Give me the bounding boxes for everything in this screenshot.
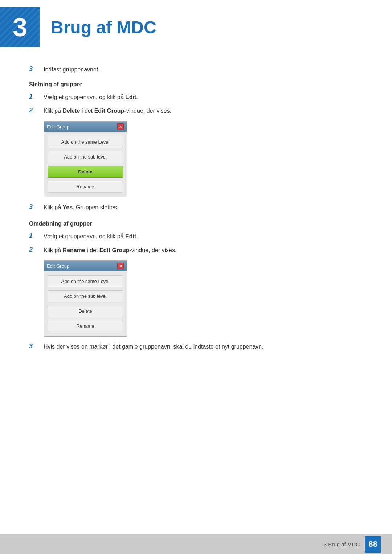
dialog1-close-button[interactable]: ✕ <box>117 123 124 130</box>
section1-step2-number: 2 <box>29 107 44 114</box>
dialog1-btn-delete[interactable]: Delete <box>48 166 123 178</box>
section1-step3-text: Klik på Yes. Gruppen slettes. <box>44 203 118 212</box>
intro-step-text: Indtast gruppenavnet. <box>44 65 100 74</box>
section1-step1-text: Vælg et gruppenavn, og klik på Edit. <box>44 93 138 102</box>
dialog1-container: Edit Group ✕ Add on the same Level Add o… <box>44 121 363 197</box>
section2-step3-text: Hvis der vises en markør i det gamle gru… <box>44 342 264 351</box>
dialog1-body: Add on the same Level Add on the sub lev… <box>44 132 127 197</box>
footer-text: 3 Brug af MDC <box>324 541 360 547</box>
section1-step3: 3 Klik på Yes. Gruppen slettes. <box>29 203 363 212</box>
chapter-number-box: 3 <box>0 7 40 47</box>
dialog2-btn-delete[interactable]: Delete <box>48 305 123 317</box>
dialog1-title: Edit Group <box>47 124 69 130</box>
dialog2-btn-rename[interactable]: Rename <box>48 320 123 332</box>
main-content: 3 Indtast gruppenavnet. Sletning af grup… <box>0 58 392 393</box>
section2-step2-text: Klik på Rename i det Edit Group-vindue, … <box>44 246 176 255</box>
intro-step: 3 Indtast gruppenavnet. <box>29 65 363 74</box>
section2-step2-number: 2 <box>29 246 44 254</box>
section1-step1: 1 Vælg et gruppenavn, og klik på Edit. <box>29 93 363 102</box>
section2-heading: Omdøbning af grupper <box>29 221 363 227</box>
dialog2-btn-add-sub[interactable]: Add on the sub level <box>48 290 123 302</box>
chapter-number: 3 <box>13 12 27 42</box>
section1-step2-text: Klik på Delete i det Edit Group-vindue, … <box>44 107 171 115</box>
dialog2-title: Edit Group <box>47 263 69 269</box>
page-header: 3 Brug af MDC <box>0 0 392 58</box>
section1-step2: 2 Klik på Delete i det Edit Group-vindue… <box>29 107 363 115</box>
dialog1-btn-add-sub[interactable]: Add on the sub level <box>48 151 123 163</box>
footer-page-number: 88 <box>365 536 381 553</box>
section2-step3: 3 Hvis der vises en markør i det gamle g… <box>29 342 363 351</box>
dialog1-btn-add-same[interactable]: Add on the same Level <box>48 136 123 148</box>
page-footer: 3 Brug af MDC 88 <box>0 534 392 554</box>
edit-group-dialog-2: Edit Group ✕ Add on the same Level Add o… <box>44 260 127 337</box>
section1-step3-number: 3 <box>29 203 44 211</box>
dialog2-btn-add-same[interactable]: Add on the same Level <box>48 275 123 287</box>
intro-step-number: 3 <box>29 65 44 73</box>
section1-heading: Sletning af grupper <box>29 81 363 88</box>
section2-step1-text: Vælg et gruppenavn, og klik på Edit. <box>44 232 138 241</box>
dialog2-container: Edit Group ✕ Add on the same Level Add o… <box>44 260 363 337</box>
edit-group-dialog-1: Edit Group ✕ Add on the same Level Add o… <box>44 121 127 197</box>
section2-step1: 1 Vælg et gruppenavn, og klik på Edit. <box>29 232 363 241</box>
section2-step3-number: 3 <box>29 342 44 350</box>
section2-step2: 2 Klik på Rename i det Edit Group-vindue… <box>29 246 363 255</box>
chapter-title: Brug af MDC <box>51 17 156 37</box>
dialog2-close-button[interactable]: ✕ <box>117 263 124 269</box>
dialog1-btn-rename[interactable]: Rename <box>48 181 123 193</box>
dialog1-titlebar: Edit Group ✕ <box>44 122 127 132</box>
dialog2-body: Add on the same Level Add on the sub lev… <box>44 271 127 336</box>
section2-step1-number: 1 <box>29 232 44 240</box>
dialog2-titlebar: Edit Group ✕ <box>44 261 127 271</box>
section1-step1-number: 1 <box>29 93 44 100</box>
